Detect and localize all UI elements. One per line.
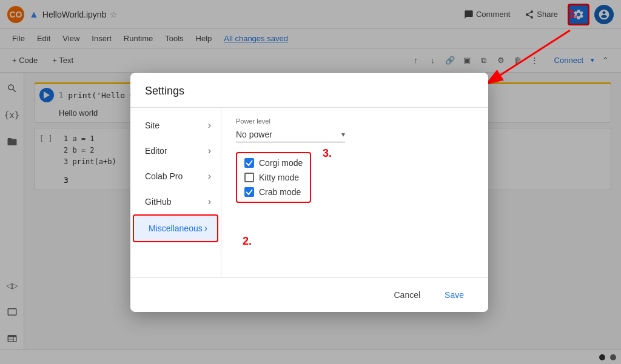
- chevron-right-icon: ›: [208, 171, 211, 182]
- nav-site[interactable]: Site ›: [130, 113, 221, 138]
- kitty-mode-label: Kitty mode: [259, 173, 299, 182]
- nav-miscellaneous[interactable]: Miscellaneous ›: [133, 214, 218, 242]
- nav-editor-label: Editor: [145, 146, 167, 156]
- settings-dialog: Settings Site › Editor › Colab Pro › Git…: [130, 73, 488, 312]
- dialog-footer: Cancel Save: [130, 277, 488, 312]
- nav-github[interactable]: GitHub ›: [130, 189, 221, 214]
- kitty-mode-checkbox[interactable]: Kitty mode: [244, 173, 303, 182]
- crab-mode-label: Crab mode: [259, 187, 301, 197]
- annotation-3: 3.: [323, 147, 332, 160]
- corgi-mode-label: Corgi mode: [259, 158, 303, 168]
- chevron-right-icon: ›: [208, 120, 211, 131]
- checkboxes-container: Corgi mode Kitty mode Crab mode: [236, 152, 311, 203]
- chevron-right-icon: ›: [208, 196, 211, 207]
- annotation-2: 2.: [243, 235, 252, 248]
- power-level-label: Power level: [236, 117, 474, 125]
- dropdown-arrow-icon: ▾: [341, 130, 345, 139]
- dialog-title: Settings: [145, 85, 184, 97]
- crab-mode-checkbox[interactable]: Crab mode: [244, 187, 303, 197]
- nav-site-label: Site: [145, 121, 159, 130]
- corgi-checkbox-indicator: [244, 158, 254, 168]
- cancel-button[interactable]: Cancel: [384, 285, 430, 305]
- nav-colab-pro-label: Colab Pro: [145, 171, 183, 181]
- dialog-header: Settings: [130, 73, 488, 108]
- nav-github-label: GitHub: [145, 197, 172, 207]
- nav-colab-pro[interactable]: Colab Pro ›: [130, 164, 221, 189]
- nav-editor[interactable]: Editor ›: [130, 138, 221, 164]
- crab-checkbox-indicator: [244, 187, 254, 197]
- dialog-body: Site › Editor › Colab Pro › GitHub › Mis…: [130, 108, 488, 277]
- dialog-nav: Site › Editor › Colab Pro › GitHub › Mis…: [130, 108, 221, 277]
- nav-miscellaneous-label: Miscellaneous: [149, 223, 203, 233]
- dialog-content: Power level No power ▾ Corgi mode Kitty …: [221, 108, 488, 277]
- power-level-select[interactable]: No power ▾: [236, 127, 345, 142]
- annotation-1: 1.: [569, 8, 577, 19]
- chevron-right-icon: ›: [208, 145, 211, 156]
- kitty-checkbox-indicator: [244, 173, 254, 182]
- chevron-right-icon-active: ›: [204, 223, 207, 234]
- power-level-value: No power: [236, 130, 341, 139]
- corgi-mode-checkbox[interactable]: Corgi mode: [244, 158, 303, 168]
- save-button[interactable]: Save: [435, 285, 474, 305]
